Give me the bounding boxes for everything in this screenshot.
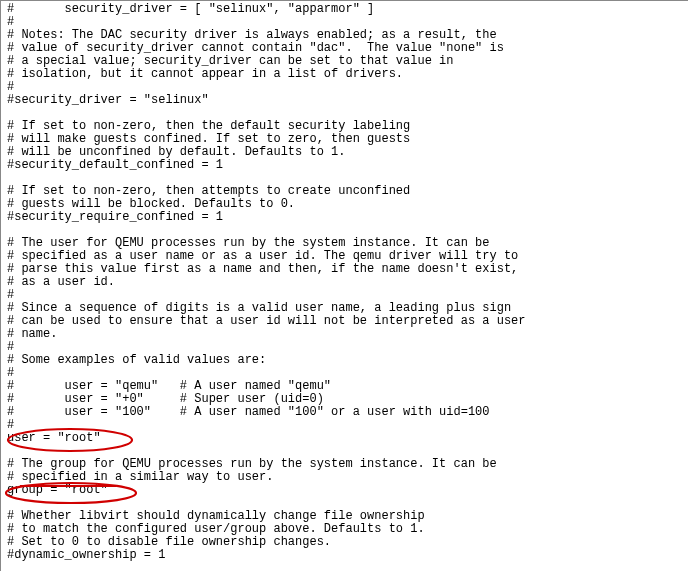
editor-viewport: # security_driver = [ "selinux", "apparm…	[0, 0, 688, 571]
config-file-text: # security_driver = [ "selinux", "apparm…	[1, 1, 688, 562]
